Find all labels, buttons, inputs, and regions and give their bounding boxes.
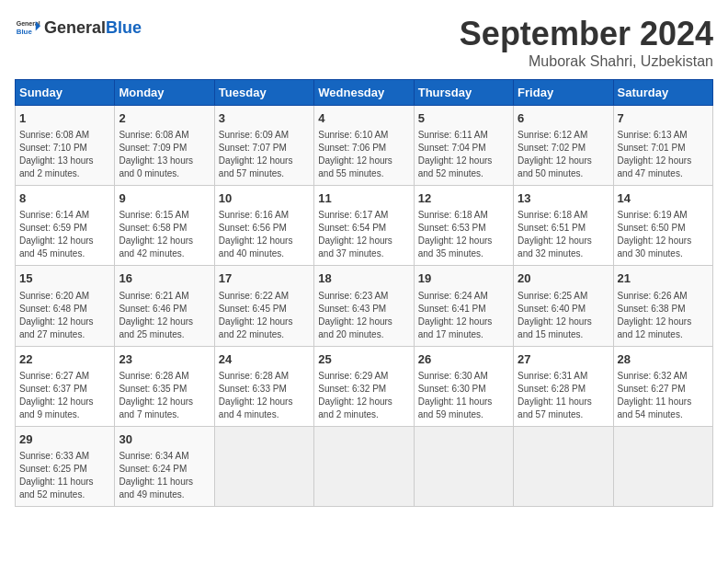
day-info-text: Daylight: 12 hours and 7 minutes. xyxy=(119,396,210,421)
location-subtitle: Muborak Shahri, Uzbekistan xyxy=(460,53,713,70)
day-info-text: Sunrise: 6:10 AM xyxy=(318,129,409,142)
day-number: 24 xyxy=(219,351,310,368)
day-info-text: Sunset: 6:54 PM xyxy=(318,222,409,235)
weekday-header-cell: Sunday xyxy=(16,80,115,106)
calendar-day-cell: 25Sunrise: 6:29 AMSunset: 6:32 PMDayligh… xyxy=(314,346,414,426)
day-number: 16 xyxy=(119,270,210,287)
day-info-text: Sunrise: 6:19 AM xyxy=(618,209,709,222)
calendar-week-row: 1Sunrise: 6:08 AMSunset: 7:10 PMDaylight… xyxy=(16,106,713,186)
day-number: 25 xyxy=(318,351,409,368)
day-info-text: Sunrise: 6:17 AM xyxy=(318,209,409,222)
day-info-text: Daylight: 11 hours and 52 minutes. xyxy=(19,476,110,501)
day-info-text: Sunrise: 6:28 AM xyxy=(119,370,210,383)
day-info-text: Sunset: 6:46 PM xyxy=(119,303,210,316)
weekday-header-cell: Saturday xyxy=(613,80,712,106)
day-info-text: Sunrise: 6:16 AM xyxy=(219,209,310,222)
day-info-text: Sunrise: 6:22 AM xyxy=(219,290,310,303)
calendar-day-cell: 1Sunrise: 6:08 AMSunset: 7:10 PMDaylight… xyxy=(16,106,115,186)
calendar-day-cell xyxy=(613,426,712,506)
day-number: 11 xyxy=(318,190,409,207)
day-info-text: Sunrise: 6:18 AM xyxy=(418,209,509,222)
logo: General Blue GeneralBlue xyxy=(15,15,142,40)
day-info-text: Daylight: 12 hours and 37 minutes. xyxy=(318,235,409,260)
day-info-text: Sunrise: 6:25 AM xyxy=(518,290,609,303)
day-info-text: Sunset: 6:40 PM xyxy=(518,303,609,316)
calendar-day-cell: 5Sunrise: 6:11 AMSunset: 7:04 PMDaylight… xyxy=(414,106,513,186)
calendar-day-cell: 16Sunrise: 6:21 AMSunset: 6:46 PMDayligh… xyxy=(115,266,214,346)
day-info-text: Daylight: 12 hours and 40 minutes. xyxy=(219,235,310,260)
day-info-text: Sunrise: 6:28 AM xyxy=(219,370,310,383)
calendar-day-cell: 8Sunrise: 6:14 AMSunset: 6:59 PMDaylight… xyxy=(16,186,115,266)
calendar-body: 1Sunrise: 6:08 AMSunset: 7:10 PMDaylight… xyxy=(16,106,713,507)
day-info-text: Daylight: 12 hours and 47 minutes. xyxy=(618,155,709,180)
day-number: 12 xyxy=(418,190,509,207)
day-number: 22 xyxy=(19,351,110,368)
day-info-text: Sunset: 6:45 PM xyxy=(219,303,310,316)
calendar-day-cell: 6Sunrise: 6:12 AMSunset: 7:02 PMDaylight… xyxy=(514,106,613,186)
day-number: 8 xyxy=(19,190,110,207)
day-info-text: Sunrise: 6:33 AM xyxy=(19,450,110,463)
calendar-day-cell: 12Sunrise: 6:18 AMSunset: 6:53 PMDayligh… xyxy=(414,186,513,266)
day-info-text: Sunset: 6:51 PM xyxy=(518,222,609,235)
day-info-text: Sunrise: 6:30 AM xyxy=(418,370,509,383)
day-info-text: Sunset: 6:35 PM xyxy=(119,383,210,396)
day-info-text: Daylight: 11 hours and 57 minutes. xyxy=(518,396,609,421)
day-info-text: Sunrise: 6:34 AM xyxy=(119,450,210,463)
calendar-day-cell: 2Sunrise: 6:08 AMSunset: 7:09 PMDaylight… xyxy=(115,106,214,186)
calendar-day-cell: 20Sunrise: 6:25 AMSunset: 6:40 PMDayligh… xyxy=(514,266,613,346)
day-number: 26 xyxy=(418,351,509,368)
day-info-text: Sunrise: 6:21 AM xyxy=(119,290,210,303)
day-info-text: Daylight: 12 hours and 25 minutes. xyxy=(119,316,210,341)
day-info-text: Daylight: 12 hours and 30 minutes. xyxy=(618,235,709,260)
day-info-text: Daylight: 11 hours and 49 minutes. xyxy=(119,476,210,501)
logo-blue-text: Blue xyxy=(106,18,142,37)
day-info-text: Daylight: 11 hours and 54 minutes. xyxy=(618,396,709,421)
day-info-text: Daylight: 12 hours and 57 minutes. xyxy=(219,155,310,180)
day-number: 29 xyxy=(19,431,110,448)
day-number: 20 xyxy=(518,270,609,287)
day-number: 17 xyxy=(219,270,310,287)
day-info-text: Sunrise: 6:31 AM xyxy=(518,370,609,383)
calendar-day-cell: 9Sunrise: 6:15 AMSunset: 6:58 PMDaylight… xyxy=(115,186,214,266)
logo-icon: General Blue xyxy=(15,15,40,40)
day-number: 18 xyxy=(318,270,409,287)
day-info-text: Sunset: 6:58 PM xyxy=(119,222,210,235)
day-info-text: Sunset: 7:07 PM xyxy=(219,142,310,155)
calendar-day-cell: 27Sunrise: 6:31 AMSunset: 6:28 PMDayligh… xyxy=(514,346,613,426)
day-info-text: Sunset: 6:24 PM xyxy=(119,463,210,476)
day-number: 4 xyxy=(318,110,409,127)
day-number: 10 xyxy=(219,190,310,207)
day-info-text: Daylight: 12 hours and 2 minutes. xyxy=(318,396,409,421)
day-info-text: Daylight: 12 hours and 45 minutes. xyxy=(19,235,110,260)
day-info-text: Daylight: 12 hours and 22 minutes. xyxy=(219,316,310,341)
day-info-text: Sunset: 7:10 PM xyxy=(19,142,110,155)
day-info-text: Sunset: 7:06 PM xyxy=(318,142,409,155)
day-info-text: Sunset: 6:32 PM xyxy=(318,383,409,396)
calendar-day-cell: 21Sunrise: 6:26 AMSunset: 6:38 PMDayligh… xyxy=(613,266,712,346)
day-info-text: Sunrise: 6:29 AM xyxy=(318,370,409,383)
day-info-text: Sunset: 6:50 PM xyxy=(618,222,709,235)
day-info-text: Daylight: 12 hours and 9 minutes. xyxy=(19,396,110,421)
title-area: September 2024 Muborak Shahri, Uzbekista… xyxy=(460,15,713,70)
day-info-text: Daylight: 12 hours and 32 minutes. xyxy=(518,235,609,260)
day-info-text: Daylight: 13 hours and 2 minutes. xyxy=(19,155,110,180)
day-number: 21 xyxy=(618,270,709,287)
svg-text:Blue: Blue xyxy=(17,28,33,36)
day-info-text: Sunrise: 6:08 AM xyxy=(119,129,210,142)
calendar-day-cell: 4Sunrise: 6:10 AMSunset: 7:06 PMDaylight… xyxy=(314,106,414,186)
day-number: 3 xyxy=(219,110,310,127)
day-info-text: Sunrise: 6:32 AM xyxy=(618,370,709,383)
day-info-text: Sunrise: 6:11 AM xyxy=(418,129,509,142)
day-number: 30 xyxy=(119,431,210,448)
day-info-text: Sunrise: 6:26 AM xyxy=(618,290,709,303)
day-info-text: Daylight: 12 hours and 52 minutes. xyxy=(418,155,509,180)
calendar-day-cell: 18Sunrise: 6:23 AMSunset: 6:43 PMDayligh… xyxy=(314,266,414,346)
day-info-text: Sunset: 6:25 PM xyxy=(19,463,110,476)
day-info-text: Daylight: 12 hours and 35 minutes. xyxy=(418,235,509,260)
calendar-week-row: 22Sunrise: 6:27 AMSunset: 6:37 PMDayligh… xyxy=(16,346,713,426)
calendar-table: SundayMondayTuesdayWednesdayThursdayFrid… xyxy=(15,79,713,507)
day-info-text: Daylight: 12 hours and 17 minutes. xyxy=(418,316,509,341)
page-header: General Blue GeneralBlue September 2024 … xyxy=(15,15,713,70)
logo-general-text: General xyxy=(44,18,106,37)
calendar-week-row: 29Sunrise: 6:33 AMSunset: 6:25 PMDayligh… xyxy=(16,426,713,506)
